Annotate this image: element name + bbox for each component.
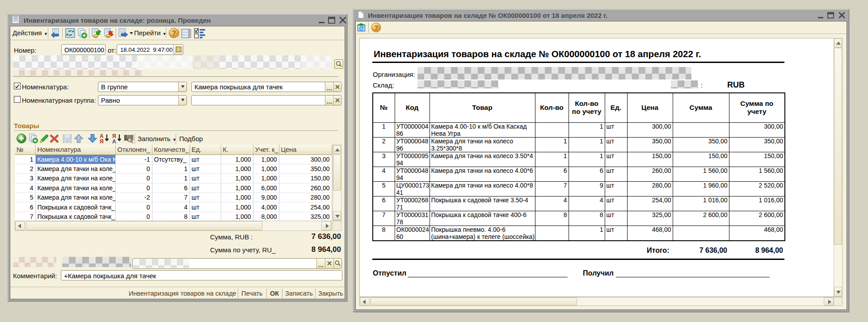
svg-text:@: @ (359, 25, 364, 31)
svg-text:?: ? (172, 29, 176, 37)
svg-text:ОК: ОК (65, 140, 69, 143)
svg-text:А: А (112, 138, 116, 144)
svg-text:?: ? (374, 24, 378, 31)
svg-text:Я: Я (100, 138, 104, 144)
